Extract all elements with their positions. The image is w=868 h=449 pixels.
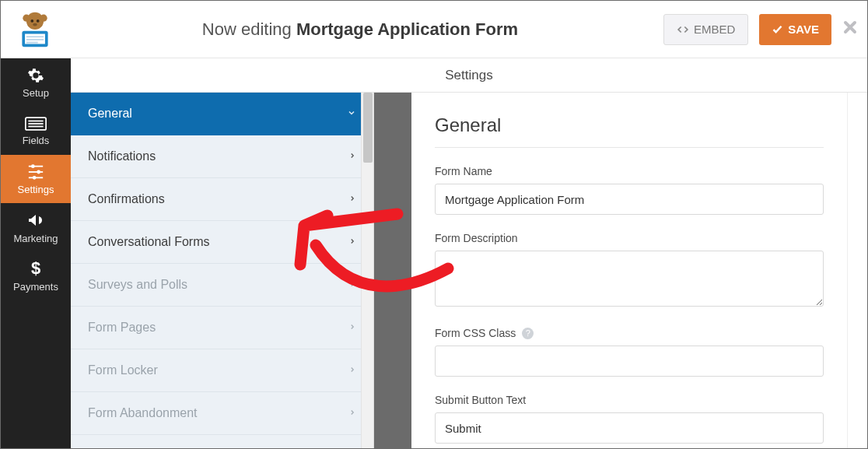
embed-button[interactable]: EMBED [663, 14, 748, 45]
settings-menu-item-label: Surveys and Polls [88, 278, 187, 292]
svg-point-4 [37, 19, 40, 23]
save-button[interactable]: SAVE [759, 14, 831, 45]
settings-menu-item[interactable]: Form Pages [71, 307, 373, 349]
bullhorn-icon [26, 211, 46, 230]
settings-menu-item[interactable]: General [71, 93, 373, 135]
svg-point-2 [40, 14, 47, 21]
settings-menu-item[interactable]: Form Abandonment [71, 392, 373, 435]
nav-settings-label: Settings [18, 184, 54, 195]
nav-fields-label: Fields [23, 135, 50, 146]
settings-menu-item-label: Form Abandonment [88, 406, 198, 420]
close-button[interactable] [841, 18, 859, 40]
top-bar: Now editing Mortgage Application Form EM… [1, 1, 867, 58]
settings-menu-item-label: Notifications [88, 149, 156, 163]
chevron-right-icon [348, 279, 356, 291]
form-title: Mortgage Application Form [296, 19, 518, 39]
panel-heading: General [435, 114, 824, 148]
settings-menu-item-label: Form Pages [88, 321, 156, 335]
chevron-right-icon [348, 408, 356, 419]
svg-text:$: $ [31, 259, 40, 278]
form-name-input[interactable] [435, 184, 824, 215]
nav-marketing[interactable]: Marketing [1, 203, 71, 251]
svg-rect-10 [26, 41, 38, 43]
settings-menu-item[interactable]: Notifications [71, 135, 373, 178]
form-description-label: Form Description [435, 232, 824, 244]
nav-setup-label: Setup [23, 87, 49, 99]
svg-rect-14 [28, 125, 43, 127]
form-css-input[interactable] [435, 346, 824, 377]
svg-point-0 [26, 12, 44, 29]
wpforms-logo [13, 11, 57, 48]
chevron-right-icon [348, 365, 356, 377]
page-title: Now editing Mortgage Application Form [57, 19, 663, 40]
settings-menu-scrollbar[interactable] [361, 93, 373, 448]
chevron-down-icon [347, 108, 356, 120]
list-icon [25, 116, 47, 132]
settings-menu-item-label: Conversational Forms [88, 235, 210, 249]
svg-point-1 [23, 14, 30, 21]
svg-point-18 [37, 170, 40, 174]
form-name-label: Form Name [435, 165, 824, 177]
settings-menu-item-label: General [88, 107, 132, 121]
settings-menu-item[interactable]: Form Locker [71, 349, 373, 392]
form-description-input[interactable] [435, 251, 824, 307]
top-actions: EMBED SAVE [663, 14, 831, 45]
code-icon [677, 24, 689, 35]
nav-payments-label: Payments [13, 281, 58, 293]
svg-rect-9 [26, 39, 44, 40]
divider-column [374, 93, 411, 448]
now-editing-label: Now editing [202, 19, 292, 39]
content-area: General Form Name Form Description Form … [411, 93, 847, 448]
close-icon [841, 18, 859, 37]
svg-point-5 [33, 23, 37, 26]
nav-fields[interactable]: Fields [1, 107, 71, 155]
svg-rect-15 [29, 165, 43, 167]
nav-settings[interactable]: Settings [1, 155, 71, 203]
settings-menu-scroll-thumb[interactable] [363, 93, 373, 163]
svg-rect-17 [29, 171, 43, 173]
embed-label: EMBED [694, 23, 735, 36]
nav-payments[interactable]: $ Payments [1, 251, 71, 300]
save-label: SAVE [788, 23, 819, 36]
svg-point-20 [33, 175, 37, 179]
help-icon[interactable]: ? [522, 328, 534, 339]
chevron-right-icon [348, 322, 356, 334]
svg-rect-12 [28, 120, 43, 121]
nav-setup[interactable]: Setup [1, 58, 71, 107]
svg-rect-8 [26, 36, 44, 37]
right-scrollbar-gutter [847, 93, 867, 448]
dollar-icon: $ [30, 259, 41, 278]
submit-text-input[interactable] [435, 412, 824, 444]
settings-menu-item[interactable]: Surveys and Polls [71, 264, 373, 307]
chevron-right-icon [348, 151, 356, 163]
nav-marketing-label: Marketing [13, 233, 58, 244]
left-nav: Setup Fields Settings Marketing $ P [1, 58, 71, 448]
gear-icon [27, 67, 44, 84]
settings-menu-item-label: Confirmations [88, 192, 165, 206]
settings-menu-item[interactable]: Conversational Forms [71, 221, 373, 264]
check-icon [772, 23, 783, 35]
chevron-right-icon [348, 194, 356, 205]
settings-menu: GeneralNotificationsConfirmationsConvers… [71, 93, 374, 448]
settings-breadcrumb: Settings [71, 58, 867, 93]
settings-menu-item-label: Form Locker [88, 363, 158, 377]
form-css-label: Form CSS Class ? [435, 327, 824, 339]
sliders-icon [27, 163, 44, 181]
submit-text-label: Submit Button Text [435, 394, 824, 406]
form-css-label-text: Form CSS Class [435, 327, 516, 339]
settings-menu-item[interactable]: Confirmations [71, 178, 373, 221]
svg-rect-13 [28, 123, 43, 125]
general-panel: General Form Name Form Description Form … [411, 93, 847, 448]
chevron-right-icon [348, 237, 356, 248]
svg-point-16 [31, 164, 35, 168]
svg-point-3 [30, 19, 33, 23]
